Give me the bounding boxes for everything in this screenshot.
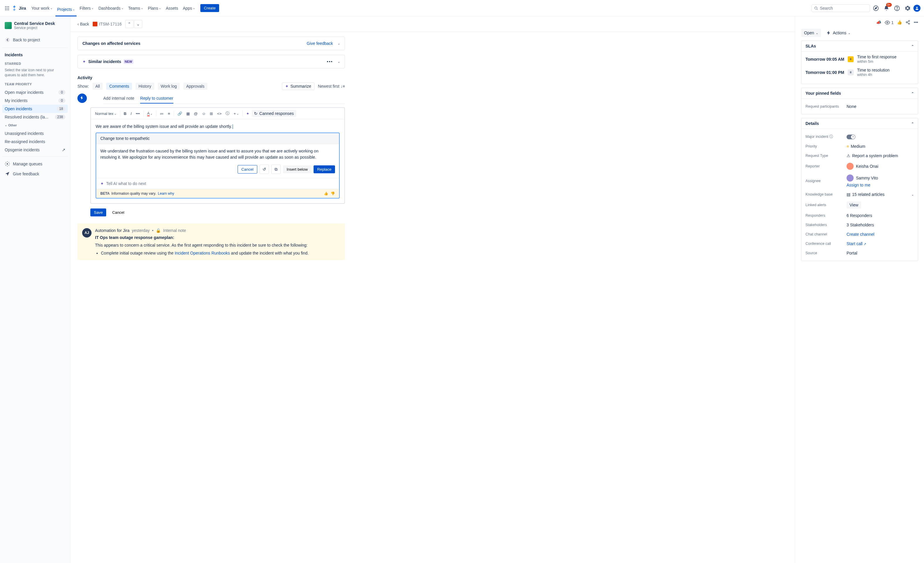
queue-unassigned[interactable]: Unassigned incidents xyxy=(2,129,68,138)
ai-next-input[interactable]: ✦Tell AI what to do next xyxy=(96,178,339,189)
queue-open-major[interactable]: Open major incidents0 xyxy=(2,88,68,96)
runbooks-link[interactable]: Incident Operations Runbooks xyxy=(174,251,230,255)
create-button[interactable]: Create xyxy=(200,4,219,12)
notifications-icon[interactable]: 9+ xyxy=(882,3,891,13)
sort-button[interactable]: Newest first↓≡ xyxy=(318,84,345,88)
tab-all[interactable]: All xyxy=(92,83,103,90)
field-assignee-value[interactable]: Sammy Vito xyxy=(846,174,878,181)
info-icon[interactable]: ⓘ xyxy=(829,135,833,139)
more-icon[interactable]: ••• xyxy=(327,59,333,64)
queue-open-incidents[interactable]: Open incidents18 xyxy=(2,105,68,113)
learn-why-link[interactable]: Learn why xyxy=(158,192,174,196)
tab-comments[interactable]: Comments xyxy=(106,83,132,90)
field-priority-value[interactable]: ≡Medium xyxy=(846,144,914,149)
field-stakeholders-value[interactable]: 3 Stakeholders xyxy=(846,223,914,227)
canned-responses-button[interactable]: ↻Canned responses xyxy=(252,110,296,117)
emoji-icon[interactable]: ☺ xyxy=(200,110,207,117)
nav-apps[interactable]: Apps⌄ xyxy=(181,3,197,13)
text-color-icon[interactable]: A⌄ xyxy=(146,110,154,117)
field-kb-value[interactable]: ▤15 related articles⌄ xyxy=(846,192,914,197)
image-icon[interactable]: ▦ xyxy=(184,110,192,117)
search-input[interactable]: Search xyxy=(812,4,870,12)
create-channel-link[interactable]: Create channel xyxy=(846,232,874,237)
queue-reassigned[interactable]: Re-assigned incidents xyxy=(2,138,68,146)
chevron-down-icon[interactable]: ⌄ xyxy=(338,42,340,45)
ai-cancel-button[interactable]: Cancel xyxy=(238,165,258,174)
ai-sparkle-icon[interactable]: ✦ xyxy=(244,110,251,117)
back-to-project[interactable]: Back to project xyxy=(2,34,68,45)
field-responders-value[interactable]: 6 Responders xyxy=(846,213,914,218)
mention-icon[interactable]: @ xyxy=(192,110,200,117)
field-assignee-label: Assignee xyxy=(806,179,846,183)
queue-resolved[interactable]: Resolved incidents (la...238 xyxy=(2,113,68,121)
megaphone-icon[interactable]: 📣 xyxy=(876,20,881,25)
manage-queues[interactable]: Manage queues xyxy=(2,159,68,169)
sidebar-other-toggle[interactable]: ⌄Other xyxy=(2,121,68,129)
queue-opsgenie[interactable]: Opsgenie incidents↗ xyxy=(2,146,68,154)
info-icon[interactable]: ⓘ xyxy=(224,110,231,117)
ai-replace-button[interactable]: Replace xyxy=(314,165,335,173)
nav-projects[interactable]: Projects⌄ xyxy=(56,5,77,16)
prev-issue-button[interactable]: ⌃ xyxy=(125,20,134,28)
svg-point-15 xyxy=(5,37,10,42)
field-reporter-value[interactable]: Keisha Onai xyxy=(846,163,914,170)
field-request-participants-value[interactable]: None xyxy=(846,104,914,109)
nav-your-work[interactable]: Your work⌄ xyxy=(30,3,54,13)
top-nav: Jira Your work⌄ Projects⌄ Filters⌄ Dashb… xyxy=(0,0,924,16)
comment-author[interactable]: Automation for Jira xyxy=(95,228,130,233)
chevron-down-icon[interactable]: ⌄ xyxy=(338,60,340,63)
watch-button[interactable]: 1 xyxy=(885,20,894,25)
tab-reply-to-customer[interactable]: Reply to customer xyxy=(140,94,173,103)
tab-history[interactable]: History xyxy=(135,83,154,90)
nav-dashboards[interactable]: Dashboards⌄ xyxy=(96,3,125,13)
compass-icon[interactable] xyxy=(871,3,880,13)
plus-icon[interactable]: +⌄ xyxy=(232,110,240,117)
retry-icon[interactable]: ↺ xyxy=(260,165,269,174)
bold-icon[interactable]: B xyxy=(122,110,128,117)
more-formatting-icon[interactable]: ••• xyxy=(134,110,142,117)
jira-logo[interactable]: Jira xyxy=(12,5,26,11)
text-style-dropdown[interactable]: Normal tex⌄ xyxy=(93,110,118,117)
more-actions-icon[interactable]: ••• xyxy=(914,20,918,25)
ai-insert-below-button[interactable]: Insert below xyxy=(283,165,311,173)
share-icon[interactable] xyxy=(906,20,910,25)
assign-to-me-link[interactable]: Assign to me xyxy=(846,183,870,187)
summarize-button[interactable]: ✦Summarize xyxy=(282,82,315,90)
give-feedback-sidebar[interactable]: Give feedback xyxy=(2,169,68,179)
cancel-button[interactable]: Cancel xyxy=(108,208,128,216)
issue-key[interactable]: ITSM-17116 xyxy=(93,22,122,26)
save-button[interactable]: Save xyxy=(90,208,106,216)
bullet-list-icon[interactable]: ≔ xyxy=(158,110,165,117)
copy-icon[interactable]: ⧉ xyxy=(272,165,281,174)
nav-filters[interactable]: Filters⌄ xyxy=(78,3,95,13)
back-button[interactable]: ‹Back xyxy=(78,22,89,26)
view-alerts-button[interactable]: View xyxy=(846,201,861,208)
actions-dropdown[interactable]: Actions⌄ xyxy=(824,29,853,37)
italic-icon[interactable]: I xyxy=(129,110,134,117)
tab-worklog[interactable]: Work log xyxy=(158,83,180,90)
nav-teams[interactable]: Teams⌄ xyxy=(126,3,145,13)
thumbs-up-icon[interactable]: 👍 xyxy=(324,192,328,196)
next-issue-button[interactable]: ⌄ xyxy=(134,20,142,28)
field-request-type-value[interactable]: ⚠Report a system problem xyxy=(846,153,914,158)
queue-my-incidents[interactable]: My incidents0 xyxy=(2,96,68,105)
tab-add-internal-note[interactable]: Add internal note xyxy=(103,94,134,103)
status-dropdown[interactable]: Open⌄ xyxy=(801,29,821,37)
link-icon[interactable]: 🔗 xyxy=(176,110,184,117)
tab-approvals[interactable]: Approvals xyxy=(183,83,207,90)
settings-icon[interactable] xyxy=(903,3,912,13)
user-avatar[interactable] xyxy=(914,5,921,12)
thumbs-down-icon[interactable]: 👎 xyxy=(331,192,335,196)
numbered-list-icon[interactable]: ≡ xyxy=(166,110,172,117)
nav-assets[interactable]: Assets xyxy=(164,3,180,13)
start-call-link[interactable]: Start call ↗ xyxy=(846,241,866,246)
code-icon[interactable]: <> xyxy=(215,110,223,117)
app-switcher-icon[interactable] xyxy=(3,5,10,12)
give-feedback-link[interactable]: Give feedback xyxy=(307,41,333,46)
nav-plans[interactable]: Plans⌄ xyxy=(146,3,163,13)
help-icon[interactable] xyxy=(892,3,902,13)
major-incident-toggle[interactable] xyxy=(846,135,855,139)
like-icon[interactable]: 👍 xyxy=(897,20,902,25)
table-icon[interactable]: ⊞ xyxy=(208,110,215,117)
editor-textarea[interactable]: We are aware of the billing system issue… xyxy=(91,119,344,203)
